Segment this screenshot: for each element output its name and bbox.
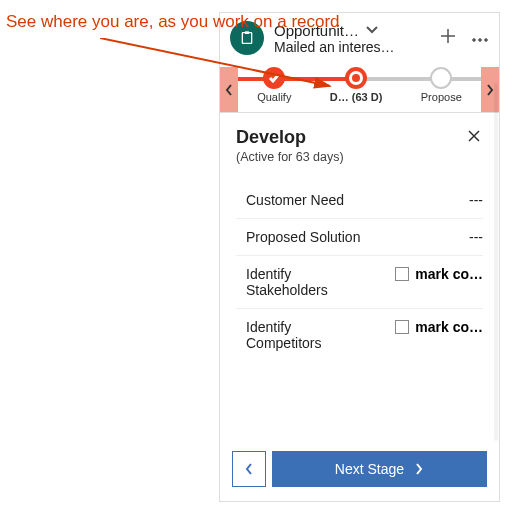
checkbox[interactable] [395,267,409,281]
prev-stage-button[interactable] [232,451,266,487]
field-row[interactable]: Identify Competitors mark co… [236,309,483,361]
checkbox[interactable] [395,320,409,334]
title-chevron[interactable] [365,21,379,39]
chevron-right-icon [414,462,424,476]
svg-point-3 [473,39,476,42]
field-label: Identify Competitors [246,319,366,351]
add-button[interactable] [439,27,457,49]
stage-label: Propose [421,91,462,103]
next-stage-label: Next Stage [335,461,404,477]
field-value: --- [469,229,483,245]
next-stage-button[interactable]: Next Stage [272,451,487,487]
svg-point-5 [485,39,488,42]
svg-line-0 [100,38,330,86]
chevron-left-icon [244,462,254,476]
field-label: Customer Need [246,192,344,208]
plus-icon [439,27,457,45]
chevron-down-icon [365,25,379,35]
ellipsis-icon [471,37,489,43]
field-value: --- [469,192,483,208]
field-value: mark co… [415,319,483,335]
stage-subtitle: (Active for 63 days) [236,150,344,164]
stage-title: Develop [236,127,344,148]
more-button[interactable] [471,29,489,47]
field-label: Proposed Solution [246,229,360,245]
field-label: Identify Stakeholders [246,266,366,298]
annotation-arrow [100,38,350,108]
field-row[interactable]: Customer Need --- [236,182,483,219]
field-row[interactable]: Proposed Solution --- [236,219,483,256]
scrollbar[interactable] [494,83,498,441]
svg-point-4 [479,39,482,42]
field-row[interactable]: Identify Stakeholders mark co… [236,256,483,309]
field-value: mark co… [415,266,483,282]
stage-node-propose[interactable]: Propose [421,67,462,103]
stage-body: Develop (Active for 63 days) Customer Ne… [220,113,499,375]
close-icon [467,129,481,143]
field-list: Customer Need --- Proposed Solution --- … [236,182,483,361]
annotation-text: See where you are, as you work on a reco… [6,12,340,32]
close-button[interactable] [465,127,483,149]
